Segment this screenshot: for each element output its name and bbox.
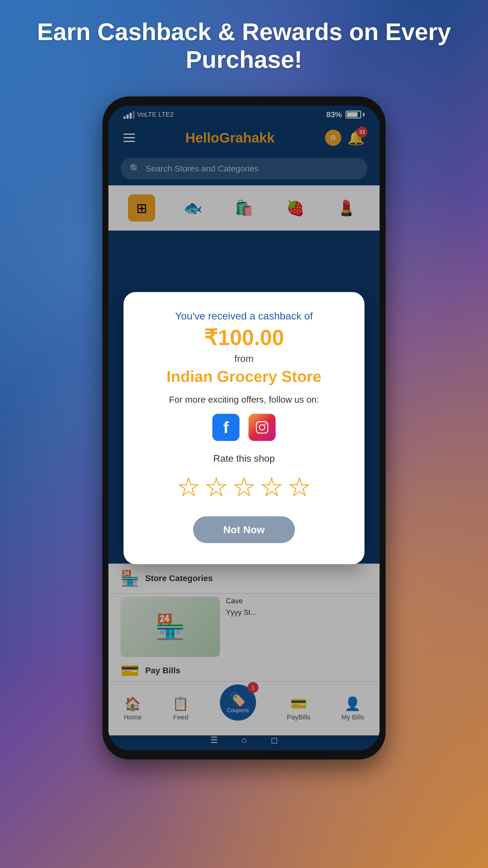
star-5[interactable]: ★	[289, 473, 310, 501]
modal-amount: ₹100.00	[141, 325, 347, 350]
cashback-modal: You've received a cashback of ₹100.00 fr…	[124, 292, 364, 564]
not-now-button[interactable]: Not Now	[193, 516, 295, 543]
star-1[interactable]: ★	[178, 473, 199, 501]
svg-point-1	[259, 425, 265, 430]
svg-point-2	[265, 423, 266, 425]
modal-store-name: Indian Grocery Store	[141, 367, 347, 385]
page-headline: Earn Cashback & Rewards on Every Purchas…	[0, 18, 488, 73]
svg-rect-0	[256, 422, 268, 433]
star-rating[interactable]: ★ ★ ★ ★ ★	[141, 473, 347, 501]
phone-screen: VoLTE LTE2 83% HelloGrahakk	[108, 105, 380, 750]
star-4[interactable]: ★	[261, 473, 283, 501]
rate-shop-label: Rate this shop	[141, 453, 347, 464]
instagram-icon[interactable]	[249, 414, 275, 441]
modal-overlay: You've received a cashback of ₹100.00 fr…	[108, 105, 380, 750]
social-icons: f	[141, 414, 347, 441]
modal-follow-text: For more exciting offers, follow us on:	[141, 395, 347, 405]
modal-from: from	[141, 353, 347, 364]
modal-subtitle: You've received a cashback of	[141, 310, 347, 322]
facebook-icon[interactable]: f	[213, 414, 239, 441]
star-2[interactable]: ★	[205, 473, 227, 501]
phone-frame: VoLTE LTE2 83% HelloGrahakk	[102, 96, 386, 760]
star-3[interactable]: ★	[233, 473, 255, 501]
